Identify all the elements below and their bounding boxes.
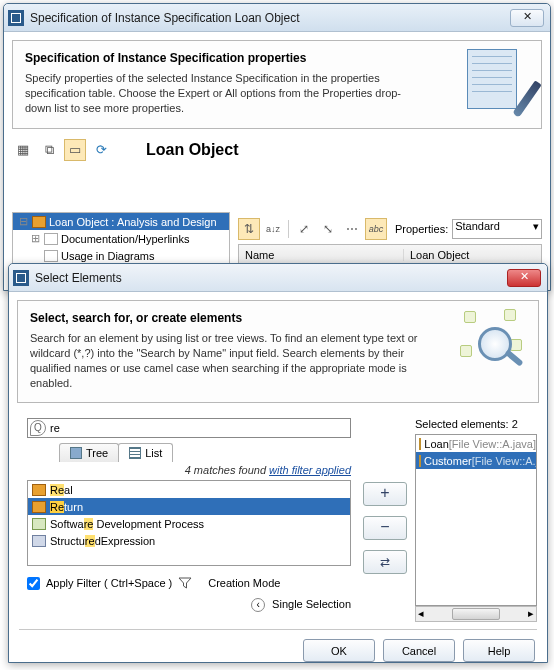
- window1-title: Specification of Instance Specification …: [30, 11, 510, 25]
- tree-icon: [70, 447, 82, 459]
- selected-item[interactable]: Customer [File View::A.jav: [416, 452, 536, 469]
- selected-elements-label: Selected elements:: [415, 418, 509, 430]
- list-item[interactable]: Software Development Process: [28, 515, 350, 532]
- window2-close-button[interactable]: ✕: [507, 269, 541, 287]
- tree-root[interactable]: ⊟ Loan Object : Analysis and Design: [13, 213, 229, 230]
- app-icon: [8, 10, 24, 26]
- swap-button[interactable]: ⇄: [363, 550, 407, 574]
- match-count-line: 4 matches found with filter applied: [27, 464, 351, 476]
- window1-close-button[interactable]: ✕: [510, 9, 544, 27]
- tree-item-documentation[interactable]: ⊞ Documentation/Hyperlinks: [13, 230, 229, 247]
- selected-elements-list[interactable]: Loan [File View::A.java] Customer [File …: [415, 434, 537, 606]
- properties-mode-select[interactable]: Standard ▾: [452, 219, 542, 239]
- prop-tool-collapse[interactable]: ⤡: [317, 218, 339, 240]
- select-heading: Select, search for, or create elements: [30, 311, 526, 325]
- prop-tool-sort[interactable]: ⇅: [238, 218, 260, 240]
- window2-title: Select Elements: [35, 271, 507, 285]
- tree-item-usage[interactable]: Usage in Diagrams: [13, 247, 229, 264]
- filter-applied-link[interactable]: with filter applied: [269, 464, 351, 476]
- list-item[interactable]: Real: [28, 481, 350, 498]
- object-title: Loan Object: [146, 141, 238, 159]
- list-item[interactable]: Return: [28, 498, 350, 515]
- select-header-panel: Select, search for, or create elements S…: [17, 300, 539, 403]
- class-icon: [419, 438, 421, 450]
- single-selection-toggle[interactable]: ‹: [251, 598, 265, 612]
- class-icon: [32, 501, 46, 513]
- prop-header-val: Loan Object: [404, 249, 541, 261]
- ok-button[interactable]: OK: [303, 639, 375, 662]
- selected-elements-count: 2: [512, 418, 518, 430]
- spec-header-icon: [463, 49, 533, 119]
- results-list[interactable]: Real Return Software Development Process…: [27, 480, 351, 566]
- tab-list[interactable]: List: [118, 443, 173, 462]
- search-input[interactable]: [48, 421, 350, 435]
- prop-header-key: Name: [239, 249, 404, 261]
- scrollbar-thumb[interactable]: [452, 608, 500, 620]
- apply-filter-label: Apply Filter ( Ctrl+Space ): [46, 577, 172, 589]
- prop-tool-expand[interactable]: ⤢: [293, 218, 315, 240]
- funnel-icon[interactable]: [178, 576, 192, 590]
- prop-tool-abc[interactable]: abc: [365, 218, 387, 240]
- tree-tool-2[interactable]: ⧉: [38, 139, 60, 161]
- search-icon: Q: [30, 420, 46, 436]
- tree-tool-3[interactable]: ▭: [64, 139, 86, 161]
- spec-header-panel: Specification of Instance Specification …: [12, 40, 542, 129]
- search-field[interactable]: Q: [27, 418, 351, 438]
- cancel-button[interactable]: Cancel: [383, 639, 455, 662]
- tab-tree[interactable]: Tree: [59, 443, 119, 462]
- app-icon: [13, 270, 29, 286]
- list-icon: [129, 447, 141, 459]
- properties-label: Properties:: [395, 223, 448, 235]
- single-selection-label: Single Selection: [272, 598, 351, 610]
- tree-root-label: Loan Object : Analysis and Design: [49, 216, 217, 228]
- search-header-icon: [460, 309, 530, 379]
- expression-icon: [32, 535, 46, 547]
- class-icon: [419, 455, 421, 467]
- add-button[interactable]: +: [363, 482, 407, 506]
- tree-tool-1[interactable]: ▦: [12, 139, 34, 161]
- class-icon: [32, 484, 46, 496]
- select-description: Search for an element by using list or t…: [30, 331, 420, 390]
- tree-refresh-button[interactable]: ⟳: [90, 139, 112, 161]
- remove-button[interactable]: −: [363, 516, 407, 540]
- selected-item[interactable]: Loan [File View::A.java]: [416, 435, 536, 452]
- list-item[interactable]: StructuredExpression: [28, 532, 350, 549]
- help-button[interactable]: Help: [463, 639, 535, 662]
- spec-description: Specify properties of the selected Insta…: [25, 71, 415, 116]
- selected-scrollbar[interactable]: ◂ ▸: [415, 606, 537, 622]
- creation-mode-label[interactable]: Creation Mode: [208, 577, 280, 589]
- process-icon: [32, 518, 46, 530]
- prop-tool-edit[interactable]: ⋯: [341, 218, 363, 240]
- prop-tool-az[interactable]: a↓z: [262, 218, 284, 240]
- spec-heading: Specification of Instance Specification …: [25, 51, 529, 65]
- apply-filter-checkbox[interactable]: [27, 577, 40, 590]
- dialog-separator: [19, 629, 537, 630]
